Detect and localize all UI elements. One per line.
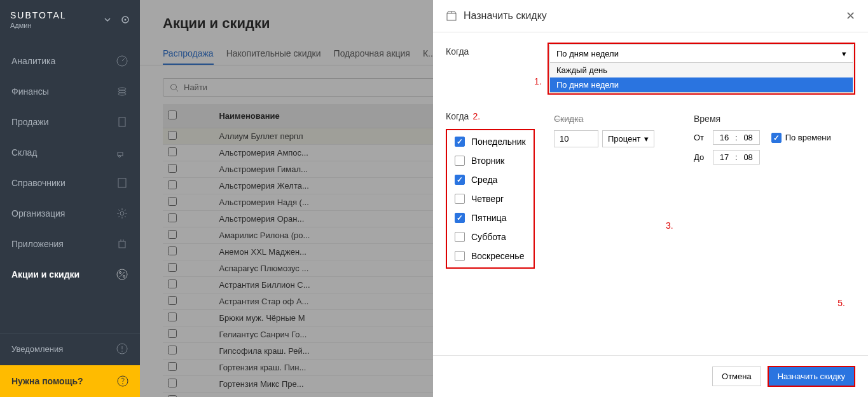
caret-down-icon: ▾: [842, 49, 846, 58]
when-dropdown[interactable]: По дням недели ▾ Каждый день По дням нед…: [548, 43, 855, 95]
chevron-down-icon[interactable]: [103, 15, 112, 24]
day-item[interactable]: Среда: [455, 175, 526, 185]
time-to-label: До: [694, 152, 708, 162]
checkbox-icon: [455, 213, 465, 223]
svg-rect-6: [119, 118, 125, 126]
question-icon: [117, 375, 128, 387]
forklift-icon: [116, 146, 128, 159]
time-to-h[interactable]: [717, 152, 731, 162]
days-selector: ПонедельникВторникСредаЧетвергПятницаСуб…: [446, 129, 535, 269]
modal-footer: Отмена Назначить скидку: [433, 355, 868, 397]
discount-value-input[interactable]: [554, 130, 598, 147]
time-to-input[interactable]: :: [713, 150, 760, 165]
modal-title-text: Назначить скидку: [464, 10, 547, 22]
day-item[interactable]: Пятница: [455, 213, 526, 223]
svg-point-8: [119, 156, 121, 158]
svg-rect-9: [118, 178, 126, 187]
brand-label: SUBTOTAL: [10, 10, 67, 20]
checkbox-icon: [455, 194, 465, 204]
menu-apps[interactable]: Приложения: [0, 229, 140, 259]
close-button[interactable]: ✕: [846, 9, 855, 23]
when-label: Когда: [446, 43, 548, 57]
time-from-input[interactable]: :: [713, 130, 760, 145]
day-item[interactable]: Суббота: [455, 232, 526, 242]
day-label: Четверг: [471, 194, 504, 204]
modal-header: Назначить скидку ✕: [433, 0, 868, 32]
svg-point-16: [121, 351, 123, 352]
menu-discounts[interactable]: Акции и скидки: [0, 259, 140, 290]
discount-type-select[interactable]: Процент ▾: [602, 130, 654, 147]
svg-point-18: [122, 383, 123, 384]
annotation-3: 3.: [666, 220, 673, 231]
sidebar-menu: Аналитика Финансы Продажи Склад Справочн…: [0, 46, 140, 290]
day-item[interactable]: Понедельник: [455, 137, 526, 147]
user-role: Админ: [10, 22, 67, 29]
menu-notifications[interactable]: Уведомления: [0, 333, 140, 364]
svg-point-13: [120, 272, 121, 274]
annotation-5: 5.: [837, 298, 845, 308]
time-from-h[interactable]: [717, 133, 731, 142]
by-time-checkbox[interactable]: По времени: [771, 133, 831, 143]
checkbox-icon: [455, 232, 465, 242]
checkbox-icon: [455, 137, 465, 147]
svg-point-3: [118, 88, 126, 90]
svg-rect-7: [118, 152, 123, 156]
svg-rect-11: [119, 241, 125, 248]
menu-analytics[interactable]: Аналитика: [0, 46, 140, 76]
checkbox-icon: [455, 251, 465, 261]
day-label: Пятница: [471, 213, 506, 223]
sidebar-header: SUBTOTAL Админ: [0, 0, 140, 39]
gear-icon: [116, 207, 128, 220]
time-from-label: От: [694, 133, 708, 142]
menu-directories[interactable]: Справочники: [0, 168, 140, 198]
target-icon[interactable]: [121, 15, 130, 24]
percent-icon: [116, 268, 128, 281]
day-label: Воскресенье: [471, 251, 524, 261]
day-item[interactable]: Четверг: [455, 194, 526, 204]
time-to-m[interactable]: [741, 152, 755, 162]
day-label: Понедельник: [471, 137, 526, 147]
coins-icon: [116, 85, 128, 98]
when2-label: Когда: [446, 111, 469, 121]
annotation-1: 1.: [534, 76, 542, 86]
dropdown-opt-weekdays[interactable]: По дням недели: [550, 77, 853, 92]
checkbox-icon: [771, 133, 782, 143]
dropdown-opt-daily[interactable]: Каждый день: [550, 63, 853, 77]
checkbox-icon: [455, 175, 465, 185]
day-label: Вторник: [471, 156, 504, 166]
svg-point-14: [123, 276, 125, 278]
modal-overlay[interactable]: [140, 0, 434, 397]
svg-point-5: [118, 93, 126, 95]
svg-point-10: [120, 212, 124, 215]
menu-warehouse[interactable]: Склад: [0, 137, 140, 168]
discount-modal: Назначить скидку ✕ 1. Когда По дням неде…: [433, 0, 868, 397]
annotation-2: 2.: [472, 111, 480, 121]
day-item[interactable]: Вторник: [455, 156, 526, 166]
checkbox-icon: [455, 156, 465, 166]
day-item[interactable]: Воскресенье: [455, 251, 526, 261]
time-label: Время: [694, 114, 831, 124]
time-from-m[interactable]: [741, 133, 755, 142]
alert-icon: [116, 342, 128, 355]
sidebar: SUBTOTAL Админ Аналитика Финансы Продажи…: [0, 0, 140, 397]
package-icon: [446, 10, 457, 22]
gauge-icon: [116, 55, 128, 67]
day-label: Среда: [471, 175, 497, 185]
dropdown-value: По дням недели: [556, 49, 619, 58]
menu-finance[interactable]: Финансы: [0, 76, 140, 107]
discount-label: Скидка: [554, 114, 681, 124]
day-label: Суббота: [471, 232, 506, 242]
menu-sales[interactable]: Продажи: [0, 107, 140, 137]
cancel-button[interactable]: Отмена: [712, 367, 761, 386]
svg-rect-20: [447, 13, 456, 20]
plugin-icon: [116, 238, 128, 250]
book-icon: [116, 177, 128, 189]
svg-point-1: [125, 19, 127, 21]
help-button[interactable]: Нужна помощь?: [0, 365, 140, 397]
assign-discount-button[interactable]: Назначить скидку: [768, 366, 855, 387]
menu-organization[interactable]: Организация: [0, 198, 140, 229]
svg-point-4: [118, 90, 126, 93]
receipt-icon: [116, 116, 128, 128]
caret-down-icon: ▾: [644, 134, 649, 144]
